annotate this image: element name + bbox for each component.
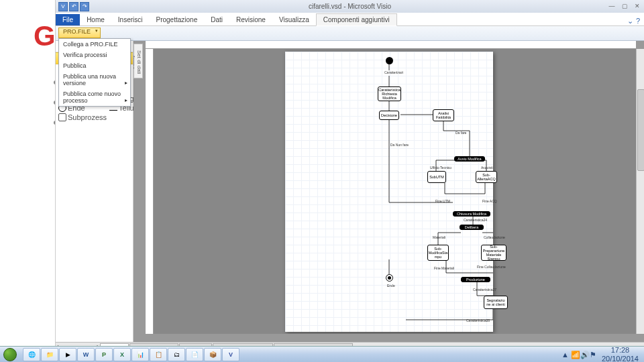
- flow-node-avvio[interactable]: Avvio Modifica: [454, 156, 485, 162]
- tray-icon[interactable]: ▲: [561, 351, 570, 359]
- flow-label-nonfare: Da Non fare: [390, 143, 409, 147]
- menu-pubblica[interactable]: Pubblica: [59, 60, 130, 71]
- flow-label-ut: Ufficio Tecnico: [430, 166, 451, 170]
- flow-label-cc24: Caratteristica24: [464, 218, 487, 222]
- scrollbar-vertical[interactable]: [636, 49, 644, 334]
- flow-node-chiusura[interactable]: Chiusura Modifica: [453, 211, 490, 217]
- titlebar: V ↶ ↷ cifarelli.vsd - Microsoft Visio — …: [56, 0, 644, 13]
- taskbar-project-icon[interactable]: P: [95, 348, 113, 361]
- taskbar-app5-icon[interactable]: 📦: [204, 348, 221, 361]
- ruler-vertical: [146, 49, 154, 334]
- flow-label-facq: Fine ACQ: [482, 199, 497, 203]
- flow-node-subutm[interactable]: SubUTM: [427, 171, 446, 183]
- flow-node-richiesta[interactable]: Caratteristica Richiesta Modifica: [378, 86, 401, 101]
- tray-flag-icon[interactable]: ⚑: [590, 351, 598, 359]
- tab-revisione[interactable]: Revisione: [229, 14, 272, 25]
- menu-collega[interactable]: Collega a PRO.FILE: [59, 39, 130, 50]
- shape-subprozess[interactable]: Subprozess: [58, 113, 107, 121]
- taskbar-explorer-icon[interactable]: 📁: [41, 348, 58, 361]
- profile-dropdown-menu: Collega a PRO.FILE Verifica processi Pub…: [58, 38, 131, 107]
- qat-app-icon[interactable]: V: [58, 2, 68, 11]
- flow-node-decisione[interactable]: Decisione: [379, 111, 399, 120]
- ribbon-minimize-icon[interactable]: ⌄: [627, 17, 633, 25]
- taskbar-app1-icon[interactable]: 📊: [131, 348, 149, 361]
- visio-window: V ↶ ↷ cifarelli.vsd - Microsoft Visio — …: [55, 0, 644, 362]
- flow-label-futm: Fine UTM: [435, 199, 450, 203]
- tab-componenti-aggiuntivi[interactable]: Componenti aggiuntivi: [316, 13, 397, 26]
- taskbar-app2-icon[interactable]: 📋: [150, 348, 167, 361]
- tab-home[interactable]: Home: [80, 14, 111, 25]
- canvas-area: Set di dati forma: [133, 41, 644, 342]
- tray-clock[interactable]: 17:2820/10/2014: [599, 346, 641, 362]
- windows-taskbar: 🌐 📁 ▶ W P X 📊 📋 🗂 📄 📦 V ▲ 📶 🔊 ⚑ 17:2820/…: [0, 346, 644, 362]
- tab-dati[interactable]: Dati: [204, 14, 229, 25]
- help-icon[interactable]: ?: [636, 17, 640, 25]
- drawing-page[interactable]: Caratterizazi Caratteristica Richiesta M…: [285, 52, 493, 332]
- maximize-button[interactable]: ▢: [619, 3, 630, 11]
- quick-access-toolbar: V ↶ ↷: [56, 2, 89, 11]
- minimize-button[interactable]: —: [606, 3, 617, 11]
- workspace: Forme rapide PRO.FILE PRO.FILE Rilasciar…: [56, 41, 644, 342]
- flow-end[interactable]: [386, 274, 393, 282]
- menu-verifica[interactable]: Verifica processi: [59, 50, 130, 60]
- flow-label-cc27: Caratteristica27: [473, 288, 496, 292]
- taskbar-visio-icon[interactable]: V: [222, 348, 239, 361]
- close-button[interactable]: ✕: [632, 3, 643, 11]
- menu-pubblica-nuovo-processo[interactable]: Pubblica come nuovo processo: [59, 88, 130, 106]
- flow-label-fmat: Fine Materiali: [434, 266, 454, 270]
- flow-node-suballerta[interactable]: Sub-AllertaACQ: [476, 171, 497, 183]
- taskbar-app3-icon[interactable]: 🗂: [168, 348, 185, 361]
- flow-label-fcoll: Fine Collaudazione: [477, 265, 506, 269]
- flow-node-produzione[interactable]: Produzione: [461, 277, 490, 282]
- menu-pubblica-nuova-versione[interactable]: Pubblica una nuova versione: [59, 71, 130, 88]
- taskbar-word-icon[interactable]: W: [77, 348, 95, 361]
- flow-label-acq: Acquisti: [481, 166, 493, 170]
- flow-label-coll: Collaudazione: [484, 235, 505, 239]
- window-title: cifarelli.vsd - Microsoft Visio: [309, 3, 391, 10]
- taskbar-excel-icon[interactable]: X: [113, 348, 131, 361]
- tab-file[interactable]: File: [56, 14, 80, 25]
- taskbar-ie-icon[interactable]: 🌐: [23, 348, 40, 361]
- flow-start[interactable]: [386, 57, 393, 64]
- ribbon-tabs: File Home Inserisci Progettazione Dati R…: [56, 13, 644, 26]
- canvas[interactable]: Caratterizazi Caratteristica Richiesta M…: [154, 49, 636, 334]
- tray-volume-icon[interactable]: 🔊: [580, 351, 588, 359]
- taskbar-app4-icon[interactable]: 📄: [186, 348, 203, 361]
- ribbon-body: PRO.FILE Collega a PRO.FILE Verifica pro…: [56, 26, 644, 41]
- taskbar-media-icon[interactable]: ▶: [59, 348, 76, 361]
- flow-label: Caratterizazi: [384, 70, 403, 74]
- shape-data-tab[interactable]: Set di dati forma: [133, 44, 143, 78]
- tab-inserisci[interactable]: Inserisci: [111, 14, 150, 25]
- flow-label-fare: Da fare: [455, 131, 466, 135]
- windows-orb-icon: [3, 348, 17, 361]
- tab-visualizza[interactable]: Visualizza: [272, 14, 316, 25]
- profile-dropdown-button[interactable]: PRO.FILE: [58, 27, 101, 38]
- start-button[interactable]: [0, 347, 20, 363]
- flow-node-submodifica[interactable]: Sub-ModificaSta mpo: [427, 245, 449, 261]
- tab-progettazione[interactable]: Progettazione: [150, 14, 205, 25]
- flow-label-mat: Materiali: [433, 235, 445, 239]
- flow-node-segnalazione[interactable]: Segnalazio ne ai clienti: [484, 296, 508, 309]
- flow-label-cc28: Caratteristica28: [466, 318, 490, 322]
- qat-redo-icon[interactable]: ↷: [80, 2, 89, 11]
- tray-network-icon[interactable]: 📶: [571, 351, 579, 359]
- ruler-horizontal: [146, 41, 636, 49]
- qat-undo-icon[interactable]: ↶: [69, 2, 78, 11]
- flow-node-analisi[interactable]: Analisi Fattibilità: [433, 109, 454, 121]
- flow-end-label: Ende: [387, 284, 395, 288]
- flow-node-subpreparazione[interactable]: Sub-Preparazione Materiale Stampo: [481, 245, 506, 261]
- flow-node-delibera[interactable]: Delibera: [460, 225, 484, 230]
